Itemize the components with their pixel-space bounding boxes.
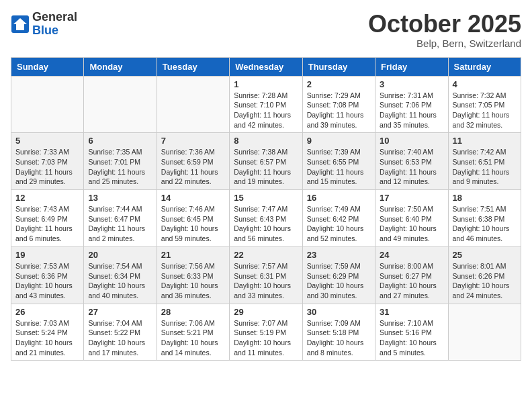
day-number: 22 xyxy=(234,250,298,260)
day-number: 14 xyxy=(161,193,225,203)
day-number: 10 xyxy=(380,136,443,146)
day-number: 17 xyxy=(380,193,443,203)
day-info: Sunrise: 7:56 AM Sunset: 6:33 PM Dayligh… xyxy=(161,261,225,301)
calendar-day-cell xyxy=(11,76,84,133)
calendar-week-row: 1Sunrise: 7:28 AM Sunset: 7:10 PM Daylig… xyxy=(11,76,521,133)
calendar-day-cell: 27Sunrise: 7:04 AM Sunset: 5:22 PM Dayli… xyxy=(84,304,157,361)
day-number: 12 xyxy=(15,193,79,203)
calendar-day-cell: 18Sunrise: 7:51 AM Sunset: 6:38 PM Dayli… xyxy=(448,190,521,247)
day-info: Sunrise: 7:04 AM Sunset: 5:22 PM Dayligh… xyxy=(88,318,152,358)
day-info: Sunrise: 7:42 AM Sunset: 6:51 PM Dayligh… xyxy=(453,147,517,187)
day-info: Sunrise: 7:29 AM Sunset: 7:08 PM Dayligh… xyxy=(307,91,371,130)
calendar-day-cell xyxy=(84,76,157,133)
calendar-day-cell: 26Sunrise: 7:03 AM Sunset: 5:24 PM Dayli… xyxy=(11,304,84,361)
location-subtitle: Belp, Bern, Switzerland xyxy=(368,38,521,49)
day-info: Sunrise: 8:00 AM Sunset: 6:27 PM Dayligh… xyxy=(380,261,443,301)
calendar-day-cell: 29Sunrise: 7:07 AM Sunset: 5:19 PM Dayli… xyxy=(230,304,302,361)
day-number: 13 xyxy=(88,193,152,203)
weekday-header: Saturday xyxy=(448,57,521,76)
calendar-day-cell: 9Sunrise: 7:39 AM Sunset: 6:55 PM Daylig… xyxy=(302,133,375,190)
day-info: Sunrise: 7:59 AM Sunset: 6:29 PM Dayligh… xyxy=(307,261,371,301)
calendar-day-cell: 15Sunrise: 7:47 AM Sunset: 6:43 PM Dayli… xyxy=(230,190,302,247)
calendar-week-row: 12Sunrise: 7:43 AM Sunset: 6:49 PM Dayli… xyxy=(11,190,521,247)
day-number: 30 xyxy=(307,307,371,317)
day-number: 23 xyxy=(307,250,371,260)
calendar-day-cell: 22Sunrise: 7:57 AM Sunset: 6:31 PM Dayli… xyxy=(230,246,302,304)
calendar-day-cell: 3Sunrise: 7:31 AM Sunset: 7:06 PM Daylig… xyxy=(375,76,448,133)
day-number: 21 xyxy=(161,250,225,260)
calendar-week-row: 26Sunrise: 7:03 AM Sunset: 5:24 PM Dayli… xyxy=(11,304,521,361)
day-info: Sunrise: 7:49 AM Sunset: 6:42 PM Dayligh… xyxy=(307,204,371,244)
day-number: 29 xyxy=(234,307,298,317)
day-info: Sunrise: 7:43 AM Sunset: 6:49 PM Dayligh… xyxy=(15,204,79,244)
day-info: Sunrise: 7:06 AM Sunset: 5:21 PM Dayligh… xyxy=(161,318,225,358)
day-number: 24 xyxy=(380,250,443,260)
day-info: Sunrise: 7:32 AM Sunset: 7:05 PM Dayligh… xyxy=(453,91,517,130)
day-info: Sunrise: 7:51 AM Sunset: 6:38 PM Dayligh… xyxy=(453,204,517,244)
weekday-header: Friday xyxy=(375,57,448,76)
day-number: 16 xyxy=(307,193,371,203)
day-info: Sunrise: 7:44 AM Sunset: 6:47 PM Dayligh… xyxy=(88,204,152,244)
day-number: 5 xyxy=(15,136,79,146)
page-header: General Blue October 2025 Belp, Bern, Sw… xyxy=(11,11,521,49)
day-number: 2 xyxy=(307,79,371,89)
day-info: Sunrise: 7:10 AM Sunset: 5:16 PM Dayligh… xyxy=(380,318,443,358)
calendar-day-cell: 6Sunrise: 7:35 AM Sunset: 7:01 PM Daylig… xyxy=(84,133,157,190)
calendar-day-cell: 28Sunrise: 7:06 AM Sunset: 5:21 PM Dayli… xyxy=(157,304,229,361)
calendar-day-cell: 14Sunrise: 7:46 AM Sunset: 6:45 PM Dayli… xyxy=(157,190,229,247)
weekday-header: Tuesday xyxy=(157,57,229,76)
day-info: Sunrise: 7:47 AM Sunset: 6:43 PM Dayligh… xyxy=(234,204,298,244)
day-info: Sunrise: 7:46 AM Sunset: 6:45 PM Dayligh… xyxy=(161,204,225,244)
logo-icon xyxy=(11,15,30,34)
calendar-table: SundayMondayTuesdayWednesdayThursdayFrid… xyxy=(11,57,521,361)
day-number: 1 xyxy=(234,79,298,89)
day-number: 26 xyxy=(15,307,79,317)
day-info: Sunrise: 7:28 AM Sunset: 7:10 PM Dayligh… xyxy=(234,91,298,130)
day-number: 25 xyxy=(453,250,517,260)
weekday-header: Monday xyxy=(84,57,157,76)
day-info: Sunrise: 7:03 AM Sunset: 5:24 PM Dayligh… xyxy=(15,318,79,358)
calendar-day-cell xyxy=(448,304,521,361)
day-number: 19 xyxy=(15,250,79,260)
calendar-day-cell: 21Sunrise: 7:56 AM Sunset: 6:33 PM Dayli… xyxy=(157,246,229,304)
day-number: 8 xyxy=(234,136,298,146)
calendar-day-cell: 1Sunrise: 7:28 AM Sunset: 7:10 PM Daylig… xyxy=(230,76,302,133)
day-info: Sunrise: 7:53 AM Sunset: 6:36 PM Dayligh… xyxy=(15,261,79,301)
day-number: 4 xyxy=(453,79,517,89)
day-info: Sunrise: 7:57 AM Sunset: 6:31 PM Dayligh… xyxy=(234,261,298,301)
calendar-day-cell: 10Sunrise: 7:40 AM Sunset: 6:53 PM Dayli… xyxy=(375,133,448,190)
day-info: Sunrise: 7:36 AM Sunset: 6:59 PM Dayligh… xyxy=(161,147,225,187)
day-info: Sunrise: 7:09 AM Sunset: 5:18 PM Dayligh… xyxy=(307,318,371,358)
day-info: Sunrise: 7:40 AM Sunset: 6:53 PM Dayligh… xyxy=(380,147,443,187)
day-number: 7 xyxy=(161,136,225,146)
day-info: Sunrise: 7:50 AM Sunset: 6:40 PM Dayligh… xyxy=(380,204,443,244)
calendar-day-cell: 11Sunrise: 7:42 AM Sunset: 6:51 PM Dayli… xyxy=(448,133,521,190)
day-info: Sunrise: 7:39 AM Sunset: 6:55 PM Dayligh… xyxy=(307,147,371,187)
day-number: 18 xyxy=(453,193,517,203)
day-number: 6 xyxy=(88,136,152,146)
calendar-day-cell: 8Sunrise: 7:38 AM Sunset: 6:57 PM Daylig… xyxy=(230,133,302,190)
day-number: 9 xyxy=(307,136,371,146)
calendar-day-cell: 30Sunrise: 7:09 AM Sunset: 5:18 PM Dayli… xyxy=(302,304,375,361)
weekday-header: Thursday xyxy=(302,57,375,76)
title-block: October 2025 Belp, Bern, Switzerland xyxy=(368,11,521,49)
calendar-day-cell: 24Sunrise: 8:00 AM Sunset: 6:27 PM Dayli… xyxy=(375,246,448,304)
day-info: Sunrise: 7:07 AM Sunset: 5:19 PM Dayligh… xyxy=(234,318,298,358)
day-info: Sunrise: 7:35 AM Sunset: 7:01 PM Dayligh… xyxy=(88,147,152,187)
day-number: 11 xyxy=(453,136,517,146)
calendar-day-cell: 19Sunrise: 7:53 AM Sunset: 6:36 PM Dayli… xyxy=(11,246,84,304)
calendar-day-cell xyxy=(157,76,229,133)
weekday-header: Sunday xyxy=(11,57,84,76)
logo-general-text: General xyxy=(32,11,77,24)
day-info: Sunrise: 8:01 AM Sunset: 6:26 PM Dayligh… xyxy=(453,261,517,301)
calendar-day-cell: 5Sunrise: 7:33 AM Sunset: 7:03 PM Daylig… xyxy=(11,133,84,190)
calendar-week-row: 5Sunrise: 7:33 AM Sunset: 7:03 PM Daylig… xyxy=(11,133,521,190)
calendar-day-cell: 12Sunrise: 7:43 AM Sunset: 6:49 PM Dayli… xyxy=(11,190,84,247)
day-number: 31 xyxy=(380,307,443,317)
calendar-day-cell: 31Sunrise: 7:10 AM Sunset: 5:16 PM Dayli… xyxy=(375,304,448,361)
calendar-day-cell: 23Sunrise: 7:59 AM Sunset: 6:29 PM Dayli… xyxy=(302,246,375,304)
calendar-day-cell: 13Sunrise: 7:44 AM Sunset: 6:47 PM Dayli… xyxy=(84,190,157,247)
calendar-week-row: 19Sunrise: 7:53 AM Sunset: 6:36 PM Dayli… xyxy=(11,246,521,304)
day-number: 15 xyxy=(234,193,298,203)
weekday-header: Wednesday xyxy=(230,57,302,76)
